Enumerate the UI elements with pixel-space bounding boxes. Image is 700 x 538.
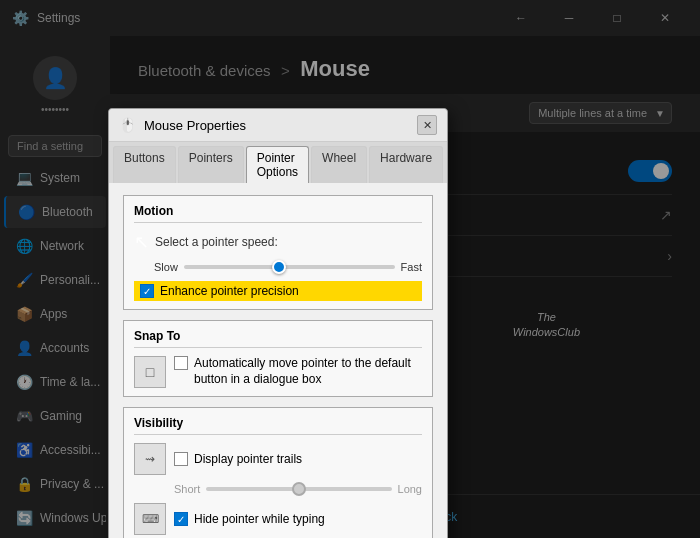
mouse-properties-dialog: 🖱️ Mouse Properties ✕ Buttons Pointers P… [108, 108, 448, 538]
snap-checkbox-row: Automatically move pointer to the defaul… [174, 356, 422, 387]
enhance-precision-row: ✓ Enhance pointer precision [134, 281, 422, 301]
trail-slider[interactable] [206, 487, 391, 491]
hide-pointer-row: ⌨ ✓ Hide pointer while typing [134, 503, 422, 535]
dialog-tabs: Buttons Pointers Pointer Options Wheel H… [109, 142, 447, 183]
snap-title: Snap To [134, 329, 422, 348]
tab-buttons[interactable]: Buttons [113, 146, 176, 183]
watermark: The WindowsClub [513, 310, 580, 341]
checkmark-icon: ✓ [143, 286, 151, 297]
tab-wheel[interactable]: Wheel [311, 146, 367, 183]
dialog-content: Motion ↖ Select a pointer speed: Slow Fa… [109, 183, 447, 538]
tab-hardware[interactable]: Hardware [369, 146, 443, 183]
tab-pointers[interactable]: Pointers [178, 146, 244, 183]
settings-window: ⚙️ Settings ← ─ □ ✕ 👤 •••••••• Find a se… [0, 0, 700, 538]
dialog-close-button[interactable]: ✕ [417, 115, 437, 135]
dialog-button-icon: □ [146, 364, 154, 380]
hide-pointer-icon: ⌨ [134, 503, 166, 535]
snap-checkbox[interactable] [174, 356, 188, 370]
trail-slider-thumb[interactable] [292, 482, 306, 496]
snap-section: Snap To □ Automatically move pointer to … [123, 320, 433, 397]
dialog-title-bar: 🖱️ Mouse Properties ✕ [109, 109, 447, 142]
trail-cursor-icon: ⇝ [145, 452, 155, 466]
speed-slider-row: Slow Fast [134, 261, 422, 273]
trail-row: ⇝ Display pointer trails [134, 443, 422, 475]
pointer-speed-row: ↖ Select a pointer speed: [134, 231, 422, 253]
hide-pointer-checkbox-row: ✓ Hide pointer while typing [174, 512, 422, 526]
hide-pointer-checkbox[interactable]: ✓ [174, 512, 188, 526]
pointer-cursor-icon: ↖ [134, 231, 149, 253]
dialog-title: Mouse Properties [144, 118, 409, 133]
keyboard-icon: ⌨ [142, 512, 159, 526]
trail-checkbox-row: Display pointer trails [174, 452, 422, 466]
tab-pointer-options[interactable]: Pointer Options [246, 146, 309, 183]
visibility-title: Visibility [134, 416, 422, 435]
dialog-icon: 🖱️ [119, 117, 136, 133]
trail-checkbox[interactable] [174, 452, 188, 466]
speed-slider[interactable] [184, 265, 395, 269]
snap-icon: □ [134, 356, 166, 388]
trail-slider-row: Short Long [134, 483, 422, 495]
snap-row: □ Automatically move pointer to the defa… [134, 356, 422, 388]
motion-title: Motion [134, 204, 422, 223]
trail-icon: ⇝ [134, 443, 166, 475]
motion-section: Motion ↖ Select a pointer speed: Slow Fa… [123, 195, 433, 310]
speed-slider-thumb[interactable] [272, 260, 286, 274]
visibility-section: Visibility ⇝ Display pointer trails [123, 407, 433, 538]
hide-checkmark-icon: ✓ [177, 514, 185, 525]
dialog-overlay: 🖱️ Mouse Properties ✕ Buttons Pointers P… [0, 0, 700, 538]
enhance-precision-checkbox[interactable]: ✓ [140, 284, 154, 298]
